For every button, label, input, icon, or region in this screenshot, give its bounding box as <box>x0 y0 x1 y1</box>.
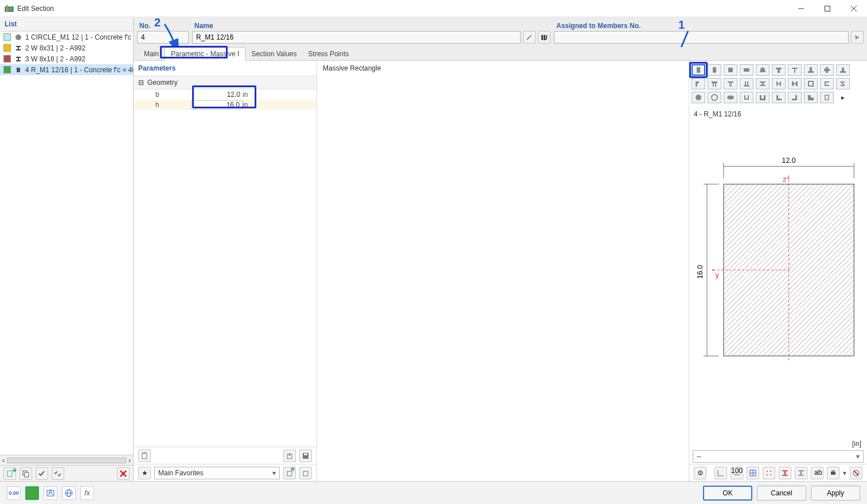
new-icon[interactable]: ★ <box>3 467 16 480</box>
shape-h-icon[interactable] <box>772 78 786 89</box>
favorites-label: Main Favorites <box>158 469 204 477</box>
geometry-group[interactable]: ⊟ Geometry <box>134 76 317 89</box>
param-unit: in <box>243 91 260 99</box>
scroll-right-icon[interactable]: › <box>128 456 131 464</box>
list-item[interactable]: 4 R_M1 12/16 | 1 - Concrete f'c = 4000 <box>0 64 133 75</box>
chevron-down-icon[interactable]: ▾ <box>843 469 846 477</box>
shape-l-icon[interactable] <box>772 92 786 103</box>
check-multi-icon[interactable] <box>52 467 64 480</box>
library-icon[interactable] <box>538 31 550 44</box>
fav-new-icon[interactable] <box>299 467 312 479</box>
shape-c-icon[interactable] <box>820 78 834 89</box>
param-value[interactable]: 12.0 <box>191 91 243 99</box>
function-icon[interactable]: fx <box>80 486 94 500</box>
shape-x-icon[interactable] <box>788 78 802 89</box>
shape-block-icon[interactable] <box>740 64 753 76</box>
grid-icon[interactable] <box>747 467 759 479</box>
shape-trapezoid-icon[interactable] <box>756 64 770 76</box>
shape-box-icon[interactable] <box>804 78 818 89</box>
more-shapes-icon[interactable]: ▸ <box>836 92 850 103</box>
shape-u2-icon[interactable] <box>756 92 770 103</box>
shape-u-icon[interactable] <box>740 92 753 103</box>
shape-itee-icon[interactable] <box>804 64 818 76</box>
shape-roundrect-icon[interactable] <box>708 64 721 76</box>
svg-rect-39 <box>744 68 749 72</box>
beam-red-icon[interactable] <box>779 467 791 479</box>
shape-cross-icon[interactable] <box>820 64 834 76</box>
display-mode-combo[interactable]: -- ▾ <box>693 450 864 463</box>
save-icon[interactable] <box>299 450 312 462</box>
shape-hollow-icon[interactable] <box>820 92 834 103</box>
shape-square-icon[interactable] <box>724 64 737 76</box>
scroll-left-icon[interactable]: ‹ <box>2 456 5 464</box>
info-icon[interactable]: A <box>44 486 57 500</box>
shape-tee2-icon[interactable] <box>788 64 802 76</box>
star-icon[interactable]: ★ <box>138 467 151 479</box>
param-unit: in <box>243 101 260 109</box>
assigned-input[interactable] <box>554 31 849 44</box>
dimension-icon[interactable]: 100 <box>731 467 743 479</box>
shape-tee-icon[interactable] <box>772 64 786 76</box>
beam-gray-icon[interactable] <box>795 467 807 479</box>
stress-icon[interactable] <box>763 467 775 479</box>
color-icon[interactable] <box>25 486 39 500</box>
tab-section-values[interactable]: Section Values <box>245 48 302 60</box>
values-icon[interactable]: ab <box>811 467 823 479</box>
print-icon[interactable] <box>827 467 839 479</box>
shape-ellipse-icon[interactable] <box>724 92 737 103</box>
axes-icon[interactable] <box>714 467 727 479</box>
units-icon[interactable]: 0.00 <box>7 486 21 500</box>
shape-step-icon[interactable] <box>804 92 818 103</box>
ok-button[interactable]: OK <box>703 486 752 501</box>
list-scrollbar[interactable]: ‹ › <box>0 455 133 465</box>
clipboard-icon[interactable] <box>138 450 151 462</box>
shape-l2-icon[interactable] <box>788 92 802 103</box>
maximize-button[interactable] <box>814 0 841 17</box>
favorites-combo[interactable]: Main Favorites ▾ <box>154 467 280 479</box>
shape-pi-icon[interactable] <box>708 78 721 89</box>
close-button[interactable] <box>841 0 867 17</box>
section-list[interactable]: 1 CIRCLE_M1 12 | 1 - Concrete f'c = 40 2… <box>0 32 133 455</box>
check-green-icon[interactable] <box>36 467 48 480</box>
collapse-icon[interactable]: ⊟ <box>138 79 144 87</box>
axis-z-label: z <box>783 175 786 183</box>
shape-pi2-icon[interactable] <box>724 78 737 89</box>
copy-icon[interactable] <box>19 467 32 480</box>
list-item[interactable]: 3 W 8x18 | 2 - A992 <box>0 53 133 64</box>
no-input[interactable] <box>137 31 189 44</box>
list-item[interactable]: 1 CIRCLE_M1 12 | 1 - Concrete f'c = 40 <box>0 32 133 42</box>
delete-icon[interactable] <box>117 467 130 480</box>
shape-z-icon[interactable] <box>836 78 850 89</box>
tab-parametric[interactable]: Parametric - Massive I <box>165 47 245 61</box>
edit-name-icon[interactable] <box>523 31 536 44</box>
import-icon[interactable] <box>283 450 296 462</box>
shape-hat-icon[interactable] <box>836 64 850 76</box>
param-value[interactable]: 16.0 <box>191 100 243 110</box>
cancel-button[interactable]: Cancel <box>757 486 806 501</box>
combo-value: -- <box>697 452 701 460</box>
tab-stress-points[interactable]: Stress Points <box>303 48 355 60</box>
minimize-button[interactable] <box>788 0 814 17</box>
param-row-h[interactable]: h 16.0 in <box>134 100 317 110</box>
fav-add-icon[interactable]: ★ <box>283 467 296 479</box>
list-item[interactable]: 2 W 8x31 | 2 - A992 <box>0 42 133 53</box>
shape-ring-icon[interactable] <box>708 92 721 103</box>
param-row-b[interactable]: b 12.0 in <box>134 89 317 100</box>
apply-button[interactable]: Apply <box>811 486 860 501</box>
shape-circle-icon[interactable] <box>692 92 705 103</box>
param-label: b <box>134 91 191 99</box>
tab-main[interactable]: Main <box>138 48 165 60</box>
svg-rect-15 <box>541 35 543 40</box>
shape-ibeam-icon[interactable] <box>756 78 770 89</box>
pick-members-icon[interactable] <box>851 31 864 44</box>
name-input[interactable] <box>192 31 521 44</box>
gear-icon[interactable]: ⚙ <box>694 467 706 479</box>
shape-rect-icon[interactable] <box>692 64 705 76</box>
shape-tl-icon[interactable] <box>692 78 705 89</box>
reset-view-icon[interactable] <box>850 467 862 479</box>
section-drawing[interactable]: 12.0 16.0 z y <box>689 119 867 439</box>
shape-mm-icon[interactable] <box>740 78 753 89</box>
globe-icon[interactable] <box>62 486 76 500</box>
assigned-label: Assigned to Members No. <box>554 21 864 31</box>
svg-rect-68 <box>831 472 835 475</box>
